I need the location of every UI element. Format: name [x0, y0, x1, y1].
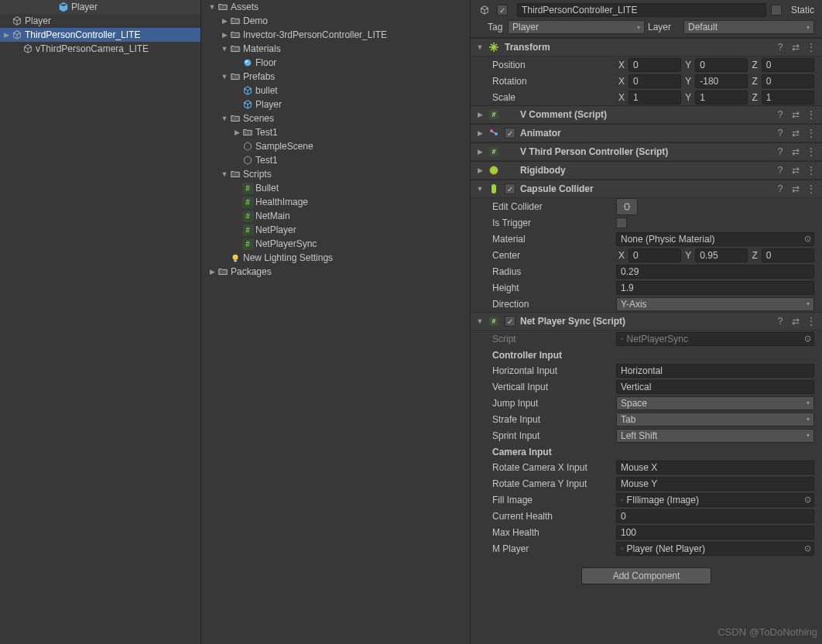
project-item[interactable]: Test1 — [201, 153, 470, 167]
fold-icon[interactable] — [232, 211, 241, 221]
rotation-y[interactable] — [695, 74, 748, 88]
strafe-input-dropdown[interactable]: Tab — [616, 413, 814, 426]
menu-icon[interactable]: ⋮ — [805, 41, 817, 53]
fold-icon[interactable]: ▶ — [475, 147, 485, 156]
project-item[interactable]: ▼Assets — [201, 0, 470, 14]
hierarchy-item[interactable]: vThirdPersonCamera_LITE — [0, 42, 200, 56]
help-icon[interactable]: ? — [774, 146, 786, 158]
object-picker-icon[interactable]: ⊙ — [804, 234, 811, 244]
project-item[interactable]: ▶Invector-3rdPersonController_LITE — [201, 28, 470, 42]
m-player-field[interactable]: ▫Player (Net Player)⊙ — [616, 542, 814, 556]
preset-icon[interactable]: ⇄ — [789, 164, 802, 176]
fold-icon[interactable] — [232, 86, 241, 95]
fold-icon[interactable]: ▶ — [220, 30, 229, 39]
center-x[interactable] — [628, 248, 681, 262]
object-picker-icon[interactable]: ⊙ — [804, 334, 811, 344]
fold-icon[interactable] — [232, 142, 241, 151]
fold-icon[interactable]: ▼ — [220, 72, 229, 81]
fold-icon[interactable] — [232, 239, 241, 248]
position-y[interactable] — [695, 58, 748, 72]
menu-icon[interactable]: ⋮ — [805, 146, 817, 158]
project-item[interactable]: ▼Materials — [201, 42, 470, 56]
fold-icon[interactable]: ▶ — [475, 166, 485, 175]
gameobject-name-field[interactable] — [517, 3, 766, 17]
fold-icon[interactable] — [232, 58, 241, 67]
project-item[interactable]: ▼Scenes — [201, 111, 470, 125]
help-icon[interactable]: ? — [774, 164, 786, 176]
project-item[interactable]: ▼Scripts — [201, 167, 470, 181]
preset-icon[interactable]: ⇄ — [789, 127, 802, 139]
project-item[interactable]: Player — [201, 98, 470, 111]
netsync-header[interactable]: ▼#Net Player Sync (Script)?⇄⋮ — [471, 312, 822, 331]
menu-icon[interactable]: ⋮ — [805, 315, 817, 327]
capsule-header[interactable]: ▼Capsule Collider?⇄⋮ — [471, 180, 822, 198]
project-item[interactable]: #Bullet — [201, 181, 470, 195]
vcomment-header[interactable]: ▶#V Comment (Script)?⇄⋮ — [471, 105, 822, 124]
rotation-x[interactable] — [628, 74, 681, 88]
height-field[interactable] — [616, 281, 814, 295]
help-icon[interactable]: ? — [774, 315, 786, 327]
material-field[interactable]: None (Physic Material)⊙ — [616, 232, 814, 246]
fold-icon[interactable]: ▼ — [475, 184, 485, 194]
fold-icon[interactable]: ▼ — [475, 43, 485, 52]
fold-icon[interactable]: ▶ — [220, 16, 229, 26]
current-health-field[interactable] — [616, 509, 814, 523]
position-x[interactable] — [628, 58, 681, 72]
rotation-z[interactable] — [762, 74, 814, 88]
project-item[interactable]: ▶Demo — [201, 14, 470, 28]
scale-z[interactable] — [762, 91, 814, 104]
fold-icon[interactable]: ▶ — [475, 110, 485, 119]
hierarchy-item[interactable]: Player — [0, 14, 200, 28]
capsule-enabled-checkbox[interactable] — [505, 183, 515, 194]
fold-icon[interactable]: ▼ — [220, 114, 229, 123]
preset-icon[interactable]: ⇄ — [789, 183, 802, 195]
fold-icon[interactable]: ▼ — [207, 2, 217, 12]
vertical-input-field[interactable] — [616, 380, 814, 394]
menu-icon[interactable]: ⋮ — [805, 127, 817, 139]
project-item[interactable]: Floor — [201, 56, 470, 70]
netsync-enabled-checkbox[interactable] — [505, 316, 515, 327]
project-item[interactable]: bullet — [201, 84, 470, 98]
project-item[interactable]: #NetPlayerSync — [201, 237, 470, 251]
fold-icon[interactable] — [232, 225, 241, 235]
project-item[interactable]: #NetMain — [201, 209, 470, 223]
fold-icon[interactable]: ▶ — [232, 128, 241, 137]
fold-icon[interactable] — [220, 253, 229, 262]
project-item[interactable]: SampleScene — [201, 139, 470, 153]
hierarchy-item[interactable]: ▶ThirdPersonController_LITE — [0, 28, 200, 42]
tag-dropdown[interactable]: Player — [508, 20, 645, 34]
fold-icon[interactable]: ▶ — [475, 128, 485, 138]
scale-y[interactable] — [695, 91, 748, 104]
help-icon[interactable]: ? — [774, 127, 786, 139]
project-item[interactable]: New Lighting Settings — [201, 251, 470, 265]
rotate-y-field[interactable] — [616, 477, 814, 491]
project-item[interactable]: ▼Prefabs — [201, 70, 470, 84]
project-item[interactable]: ▶Packages — [201, 265, 470, 279]
help-icon[interactable]: ? — [774, 41, 786, 53]
is-trigger-checkbox[interactable] — [616, 218, 627, 228]
fold-icon[interactable] — [232, 197, 241, 207]
direction-dropdown[interactable]: Y-Axis — [616, 297, 814, 311]
project-item[interactable]: ▶Test1 — [201, 125, 470, 139]
preset-icon[interactable]: ⇄ — [789, 41, 802, 53]
object-picker-icon[interactable]: ⊙ — [804, 543, 811, 553]
preset-icon[interactable]: ⇄ — [789, 146, 802, 158]
center-z[interactable] — [762, 248, 814, 262]
animator-enabled-checkbox[interactable] — [505, 128, 515, 139]
transform-header[interactable]: ▼ Transform ?⇄⋮ — [471, 38, 822, 57]
gameobject-active-checkbox[interactable] — [497, 5, 508, 15]
preset-icon[interactable]: ⇄ — [789, 315, 802, 327]
vthird-header[interactable]: ▶#V Third Person Controller (Script)?⇄⋮ — [471, 142, 822, 161]
menu-icon[interactable]: ⋮ — [805, 164, 817, 176]
fold-icon[interactable] — [232, 183, 241, 193]
hierarchy-root[interactable]: Player — [0, 0, 200, 14]
fold-icon[interactable]: ▼ — [220, 44, 229, 53]
add-component-button[interactable]: Add Component — [581, 567, 712, 584]
position-z[interactable] — [762, 58, 814, 72]
fold-icon[interactable]: ▼ — [220, 170, 229, 179]
scale-x[interactable] — [628, 91, 681, 104]
fold-icon[interactable] — [232, 156, 241, 165]
rigidbody-header[interactable]: ▶Rigidbody?⇄⋮ — [471, 161, 822, 180]
static-checkbox[interactable] — [771, 5, 782, 15]
fill-image-field[interactable]: ▫FIllimage (Image)⊙ — [616, 493, 814, 507]
